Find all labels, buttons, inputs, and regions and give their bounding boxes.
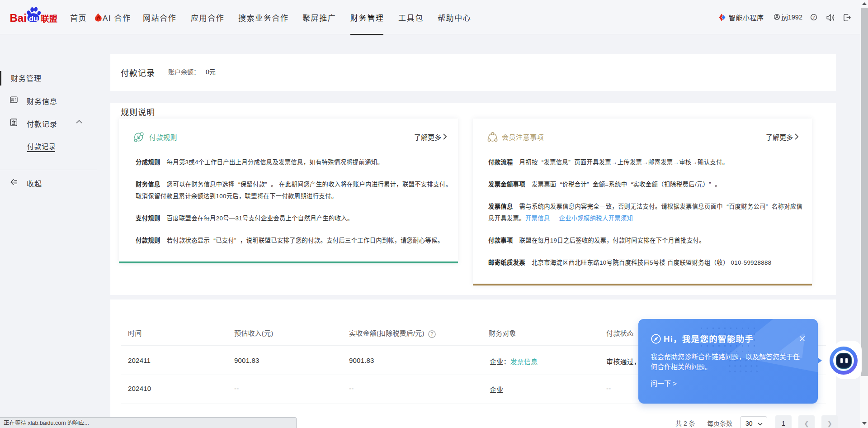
svg-text:?: ? [812,15,815,19]
svg-text:du: du [29,14,38,23]
svg-text:联盟: 联盟 [41,14,58,24]
svg-text:?: ? [431,331,434,337]
svg-text:Bai: Bai [10,12,27,24]
